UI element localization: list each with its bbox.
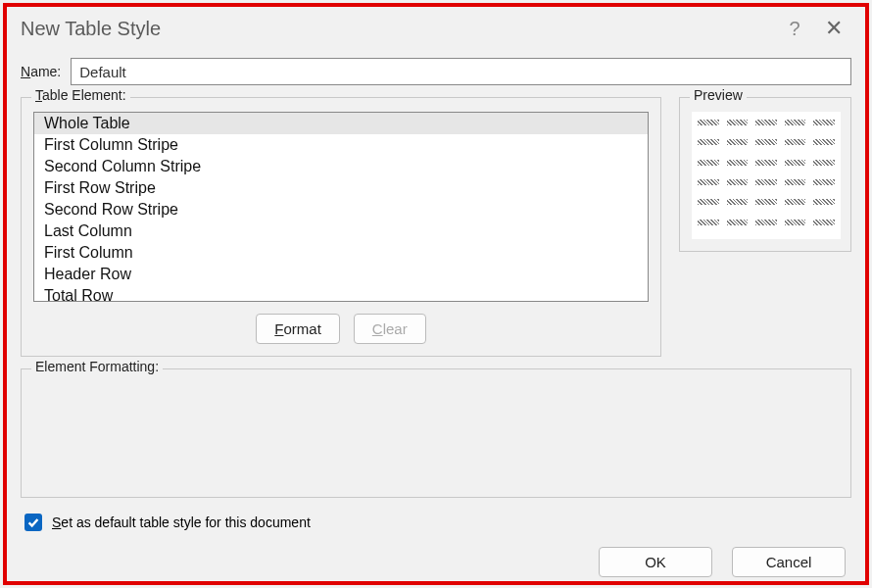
preview-cell [755,120,777,125]
dialog-title: New Table Style [21,18,775,40]
table-element-listbox[interactable]: Whole TableFirst Column StripeSecond Col… [33,112,649,302]
preview-label: Preview [690,87,747,103]
checkmark-icon [26,515,40,529]
preview-cell [813,220,835,225]
preview-cell [755,160,777,166]
preview-cell [727,199,749,205]
format-button[interactable]: Format [256,314,340,344]
preview-cell [813,139,835,145]
cancel-button[interactable]: Cancel [732,547,846,577]
preview-group: Preview [679,97,851,252]
list-item[interactable]: Total Row [34,285,648,302]
preview-cell [727,120,749,125]
preview-cell [727,160,749,166]
table-element-group: Table Element: Whole TableFirst Column S… [21,97,661,357]
close-icon[interactable]: ✕ [814,16,853,41]
ok-button[interactable]: OK [599,547,712,577]
preview-cell [698,199,719,205]
preview-cell [755,139,777,145]
preview-cell [698,120,719,125]
preview-cell [698,220,719,225]
element-formatting-label: Element Formatting: [31,359,163,374]
list-item[interactable]: First Row Stripe [34,177,648,199]
default-style-row: Set as default table style for this docu… [21,498,851,539]
preview-cell [698,139,719,145]
preview-cell [755,199,777,205]
preview-cell [813,120,835,125]
preview-cell [813,160,835,166]
list-item[interactable]: Last Column [34,220,648,242]
preview-cell [785,120,806,125]
list-item[interactable]: Second Column Stripe [34,156,648,177]
preview-cell [755,179,777,185]
list-item[interactable]: First Column [34,242,648,264]
titlebar: New Table Style ? ✕ [7,7,865,50]
preview-cell [785,179,806,185]
preview-cell [727,139,749,145]
preview-cell [727,179,749,185]
list-item[interactable]: Second Row Stripe [34,199,648,220]
help-icon[interactable]: ? [775,18,814,40]
preview-cell [698,179,719,185]
preview-cell [785,139,806,145]
preview-cell [785,199,806,205]
list-item[interactable]: First Column Stripe [34,134,648,156]
dialog-frame: New Table Style ? ✕ Name: Table Element:… [3,3,869,585]
name-label: Name: [21,64,61,79]
list-item[interactable]: Whole Table [34,113,648,134]
preview-grid [692,112,841,239]
default-style-checkbox[interactable] [24,514,42,531]
list-item[interactable]: Header Row [34,264,648,285]
name-input[interactable] [71,58,851,85]
element-formatting-group: Element Formatting: [21,368,851,498]
default-style-label: Set as default table style for this docu… [52,514,311,530]
preview-cell [813,179,835,185]
preview-cell [755,220,777,225]
preview-cell [727,220,749,225]
preview-cell [813,199,835,205]
preview-cell [785,220,806,225]
clear-button[interactable]: Clear [354,314,426,344]
preview-cell [785,160,806,166]
table-element-label: Table Element: [31,87,130,103]
preview-cell [698,160,719,166]
